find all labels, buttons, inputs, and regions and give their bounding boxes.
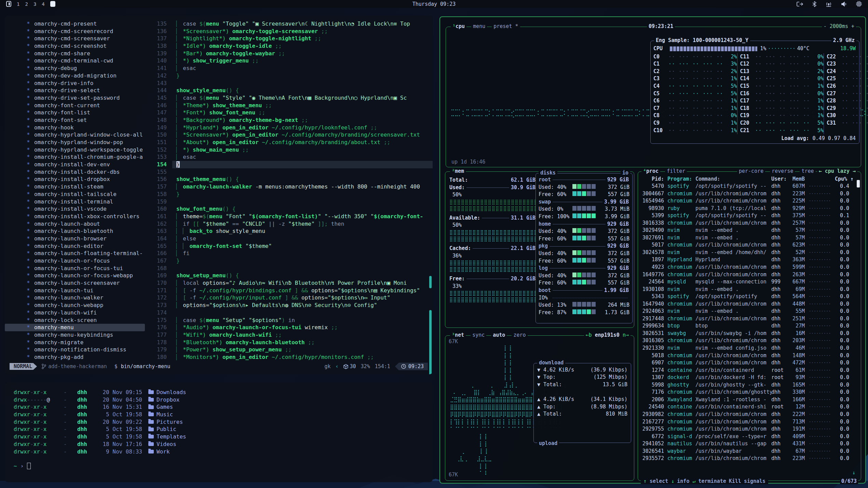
file-item[interactable]: *omarchy-launch-webapp xyxy=(5,302,145,309)
process-row[interactable]: 1274containe/usr/bin/containerdroot61M··… xyxy=(640,367,858,374)
process-row[interactable]: 3027691nvimnvim --embed .dhh57M·········… xyxy=(640,234,858,242)
file-item[interactable]: *omarchy-install-docker-dbs xyxy=(5,168,145,176)
process-row[interactable]: 3026531swaybg/usr/bin/swaybg -i /homdhh1… xyxy=(640,330,858,337)
code-line[interactable]: show_style_menu() { xyxy=(172,87,433,94)
process-row[interactable]: 5998ghostty/usr/bin/ghostty --gtk-dhh165… xyxy=(640,381,858,389)
process-scrollbar-thumb[interactable] xyxy=(857,180,860,187)
code-line[interactable]: ▏ [ -f ~/.config/hypr/bindings.conf ] &&… xyxy=(172,287,433,294)
editor-row[interactable]: *omarchy-install-terminal159 xyxy=(5,198,433,206)
editor-row[interactable]: *omarchy-install-dropbox156show_theme_me… xyxy=(5,176,433,183)
process-table-header[interactable]: Pid: Program: Command: User: MemB Cpu% ↑ xyxy=(640,175,858,183)
code-line[interactable]: ▏ *Font*) show_font_menu ;; xyxy=(172,109,433,116)
code-line[interactable]: ▏ *Bar*) omarchy-toggle-waybar ;; xyxy=(172,50,433,57)
process-row[interactable]: 2930982chromium/usr/lib/chromium/chromdh… xyxy=(640,411,858,418)
file-item[interactable]: *omarchy-launch-screensaver xyxy=(5,279,145,287)
process-row[interactable]: 6907chromium/usr/lib/chromium/chromdhh47… xyxy=(640,359,858,367)
file-item[interactable]: *omarchy-launch-or-focus-webapp xyxy=(5,272,145,279)
process-row[interactable]: 2924063nvimnvim --embed .dhh55M·········… xyxy=(640,308,858,315)
network-box[interactable]: ³net sync auto zero ←b enp191s0 n→ 67K 6… xyxy=(445,335,634,481)
footer-hint[interactable]: ↑ select ↓ xyxy=(642,478,676,484)
directory-row[interactable]: drwxr-xr-x-dhh20 Nov 09:22Pictures xyxy=(14,418,433,426)
code-line[interactable]: ▏ *) show_trigger_menu ;; xyxy=(172,57,433,65)
editor-row[interactable]: *omarchy-launch-or-focus167} xyxy=(5,257,433,265)
file-item[interactable]: *omarchy-migrate xyxy=(5,339,145,346)
process-row[interactable]: 5470spotify/opt/spotify/spotify --dhh607… xyxy=(640,183,858,190)
editor-row[interactable]: *omarchy-launch-browser164▏ else xyxy=(5,235,433,242)
process-row[interactable]: 5018chromium/usr/lib/chromium/chromdhh14… xyxy=(640,352,858,360)
editor-row[interactable]: *omarchy-launch-walker172▏ [ -f ~/.confi… xyxy=(5,294,433,302)
code-line[interactable]: ▏ ▏ back_to show_style_menu xyxy=(172,227,433,235)
file-item[interactable]: *omarchy-cmd-share xyxy=(5,50,145,57)
editor-row[interactable]: *omarchy-font-set148▏ *Background*) omar… xyxy=(5,116,433,124)
editor-row[interactable]: *omarchy-install-tailscale158} xyxy=(5,191,433,198)
editor-row[interactable]: *omarchy-launch-floating-terminal-166▏ f… xyxy=(5,250,433,257)
code-line[interactable]: ▏ options="$options\n▸ Defaults\n◍ DNS\n… xyxy=(172,302,433,309)
file-item[interactable]: *omarchy-launch-about xyxy=(5,220,145,228)
editor-row[interactable]: *omarchy-cmd-present135▏ case $(menu "To… xyxy=(5,20,433,28)
code-line[interactable] xyxy=(172,309,433,317)
code-line[interactable]: ▏ *Monitors*) open_in_editor ~/.config/h… xyxy=(172,353,433,361)
directory-row[interactable]: drwxr-xr-x-dhh16 Nov 15:31Games xyxy=(14,403,433,411)
file-item[interactable]: *omarchy-install-terminal xyxy=(5,198,145,206)
file-item[interactable]: *omarchy-cmd-present xyxy=(5,20,145,28)
editor-row[interactable]: *omarchy-drive-select144show_style_menu(… xyxy=(5,87,433,94)
editor-row[interactable]: *omarchy-dev-add-migration142} xyxy=(5,72,433,80)
editor-row[interactable]: *omarchy-launch-webapp173▏ options="$opt… xyxy=(5,302,433,309)
code-line[interactable]: ▏ case $(menu "Toggle" "▣ Screensaver\n☾… xyxy=(172,20,433,28)
volume-icon[interactable] xyxy=(841,1,847,7)
code-line[interactable]: ▏ ▏ omarchy-font-set "$theme" xyxy=(172,242,433,250)
process-row[interactable]: 1654946chromium/usr/lib/chromium/chromdh… xyxy=(640,197,858,205)
file-item[interactable]: *omarchy-hyprland-window-pop xyxy=(5,139,145,146)
memory-box[interactable]: ²mem Total:62.1 GiBUsed:30.9 GiB 50%⣿⣿⣿⣿… xyxy=(445,171,634,328)
editor-row[interactable]: *omarchy-drive-info143 xyxy=(5,80,433,87)
file-item[interactable]: *omarchy-cmd-screenrecord xyxy=(5,28,145,35)
file-item[interactable]: *omarchy-launch-walker xyxy=(5,294,145,302)
code-line[interactable]: ▏ *Audio*) omarchy-launch-or-focus-tui w… xyxy=(172,324,433,331)
editor-row[interactable]: *omarchy-install-chromium-google-a153▏ e… xyxy=(5,153,433,161)
code-line[interactable]: ▏ case $(menu "Setup" "$options") in xyxy=(172,317,433,324)
code-line[interactable]: show_font_menu() { xyxy=(172,205,433,213)
process-row[interactable]: 2935572chromium/usr/lib/chromium/chromdh… xyxy=(640,455,858,462)
code-line[interactable]: ▏ if [[ "$theme" == "CNCLD" || -z "$them… xyxy=(172,220,433,228)
file-item[interactable]: *omarchy-launch-wifi xyxy=(5,309,145,317)
editor-row[interactable]: *omarchy-launch-editor165▏ ▏ omarchy-fon… xyxy=(5,242,433,250)
editor-row[interactable]: *omarchy-menu-keybindings177▏ *Wifi*) om… xyxy=(5,331,433,339)
proc-sort-selector[interactable]: ← cpu lazy → xyxy=(819,168,856,174)
files-terminal-window[interactable]: drwxr-xr-x-dhh20 Nov 09:15Downloadsdrwx-… xyxy=(5,382,433,482)
footer-hint[interactable]: terminate xyxy=(697,478,728,484)
code-line[interactable]: ▏ case $(menu "Style" "◉ Theme\nA Font\n… xyxy=(172,94,433,102)
editor-window[interactable]: *omarchy-cmd-present135▏ case $(menu "To… xyxy=(5,16,433,374)
file-item[interactable]: *omarchy-launch-or-focus xyxy=(5,257,145,265)
file-item[interactable]: *omarchy-launch-floating-terminal- xyxy=(5,250,145,257)
proc-filter-button[interactable]: filter xyxy=(665,168,687,174)
proc-percore-button[interactable]: per-core xyxy=(737,168,765,174)
code-line[interactable]: ▏ theme=$(menu "Font" "$(omarchy-font-li… xyxy=(172,213,433,220)
footer-hint[interactable]: info ↵ xyxy=(676,478,697,484)
editor-row[interactable]: *omarchy-debug141▏ esac xyxy=(5,65,433,72)
cpu-preset-button[interactable]: preset * xyxy=(492,23,520,29)
process-row[interactable]: 5343spotify/opt/spotify/spotifydhh564M··… xyxy=(640,293,858,301)
process-row[interactable]: 6772signal-d/proc/self/exe --type=rdhh40… xyxy=(640,433,858,441)
file-item[interactable]: *omarchy-font-set xyxy=(5,116,145,124)
code-line[interactable]: ▏ *Nightlight*) omarchy-toggle-nightligh… xyxy=(172,35,433,42)
editor-row[interactable]: *omarchy-cmd-share139▏ *Bar*) omarchy-to… xyxy=(5,50,433,57)
code-line[interactable]: ▏ *Idle*) omarchy-toggle-idle ;; xyxy=(172,42,433,50)
editor-row[interactable]: *omarchy-launch-tui171▏ [ -f ~/.config/h… xyxy=(5,287,433,294)
process-row[interactable]: 1897HyprlandHyprlanddhh363M·········0.0 xyxy=(640,256,858,264)
process-row[interactable]: 7176chromium/usr/lib/chromium/ghostty --… xyxy=(640,389,858,396)
file-item[interactable]: *omarchy-launch-bluetooth xyxy=(5,227,145,235)
editor-row[interactable]: *omarchy-cmd-screenrecord136▏ *Screensav… xyxy=(5,28,433,35)
file-item[interactable]: *omarchy-cmd-screenshot xyxy=(5,42,145,50)
editor-buffer[interactable]: *omarchy-cmd-present135▏ case $(menu "To… xyxy=(5,20,433,361)
code-line[interactable] xyxy=(172,80,433,87)
code-line[interactable]: show_theme_menu() { xyxy=(172,176,433,183)
code-line[interactable]: ▏ fi xyxy=(172,250,433,257)
process-row[interactable]: 2917448chromium/usr/lib/chromium/chromdh… xyxy=(640,315,858,323)
cpu-icon[interactable] xyxy=(856,1,862,7)
editor-row[interactable]: *omarchy-hook149▏ *Hyprland*) open_in_ed… xyxy=(5,124,433,131)
file-item[interactable]: *omarchy-font-current xyxy=(5,102,145,109)
net-sync-button[interactable]: sync xyxy=(471,332,486,338)
code-line[interactable]: ▏ *) show_main_menu ;; xyxy=(172,146,433,154)
cpu-menu-button[interactable]: menu xyxy=(471,23,487,29)
code-line[interactable] xyxy=(172,198,433,206)
